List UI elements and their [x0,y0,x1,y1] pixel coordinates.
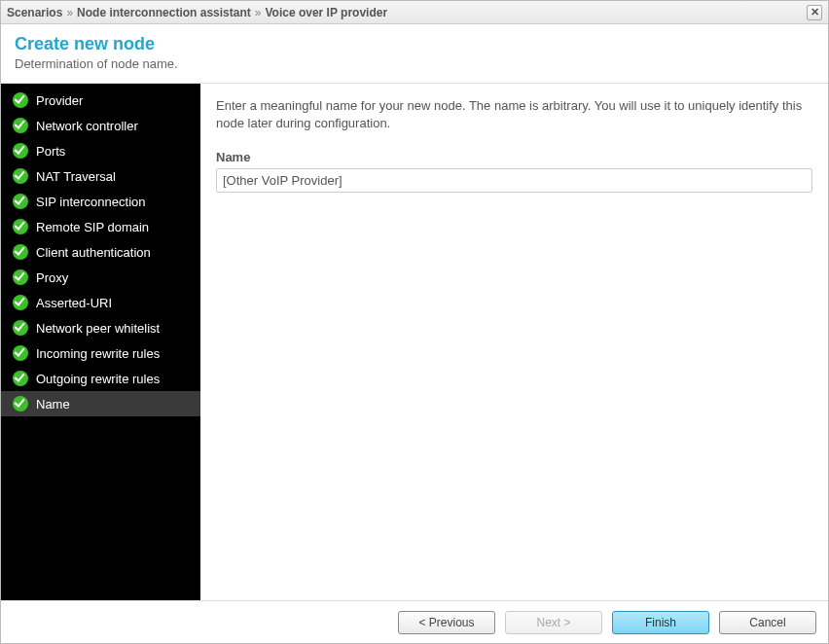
wizard-step[interactable]: Incoming rewrite rules [1,340,200,366]
close-button[interactable]: ✕ [807,5,822,20]
wizard-step-label: Proxy [36,270,68,285]
wizard-step[interactable]: Ports [1,138,200,163]
close-icon: ✕ [811,7,819,18]
previous-button[interactable]: < Previous [398,611,495,634]
checkmark-icon [13,194,28,209]
checkmark-icon [13,143,28,159]
wizard-step-label: SIP interconnection [36,195,146,209]
breadcrumb-sep: » [66,6,73,19]
wizard-step[interactable]: Asserted-URI [1,290,200,315]
wizard-footer: < Previous Next > Finish Cancel [1,600,828,643]
checkmark-icon [13,295,28,310]
page-subtitle: Determination of node name. [15,56,814,71]
checkmark-icon [13,244,28,260]
checkmark-icon [13,396,28,411]
wizard-step[interactable]: Provider [1,88,200,113]
wizard-step-label: NAT Traversal [36,169,116,184]
checkmark-icon [13,219,28,234]
wizard-step-label: Incoming rewrite rules [36,346,160,361]
name-input[interactable] [216,168,812,193]
checkmark-icon [13,371,28,386]
wizard-step-label: Ports [36,144,65,159]
wizard-steps-sidebar: ProviderNetwork controllerPortsNAT Trave… [1,84,200,600]
cancel-button[interactable]: Cancel [719,611,816,634]
wizard-step-label: Remote SIP domain [36,220,149,234]
wizard-step-label: Network controller [36,119,138,133]
body: ProviderNetwork controllerPortsNAT Trave… [1,84,828,600]
wizard-step-label: Name [36,397,70,411]
wizard-step[interactable]: Name [1,391,200,416]
checkmark-icon [13,118,28,133]
titlebar: Scenarios » Node interconnection assista… [1,1,828,24]
wizard-step-label: Provider [36,93,83,108]
wizard-step[interactable]: NAT Traversal [1,163,200,189]
checkmark-icon [13,92,28,108]
wizard-step-label: Outgoing rewrite rules [36,372,160,386]
wizard-step-label: Asserted-URI [36,296,112,310]
next-button: Next > [505,611,602,634]
name-field-label: Name [216,150,812,164]
wizard-step[interactable]: Proxy [1,265,200,290]
wizard-step[interactable]: Network peer whitelist [1,315,200,340]
wizard-step[interactable]: Remote SIP domain [1,214,200,239]
breadcrumb-item-0[interactable]: Scenarios [7,6,62,19]
wizard-step[interactable]: Outgoing rewrite rules [1,366,200,391]
breadcrumb-item-2[interactable]: Voice over IP provider [265,6,387,19]
breadcrumb-item-1[interactable]: Node interconnection assistant [77,6,251,19]
checkmark-icon [13,345,28,361]
checkmark-icon [13,168,28,184]
checkmark-icon [13,320,28,336]
wizard-step-label: Client authentication [36,245,151,260]
wizard-step[interactable]: Network controller [1,113,200,138]
breadcrumb-sep: » [255,6,262,19]
wizard-step[interactable]: SIP interconnection [1,189,200,214]
wizard-step[interactable]: Client authentication [1,239,200,265]
header-panel: Create new node Determination of node na… [1,24,828,84]
main-content: Enter a meaningful name for your new nod… [200,84,828,600]
page-title: Create new node [15,34,814,54]
finish-button[interactable]: Finish [612,611,709,634]
wizard-step-label: Network peer whitelist [36,321,160,336]
instructions-text: Enter a meaningful name for your new nod… [216,97,812,132]
wizard-window: Scenarios » Node interconnection assista… [0,0,829,644]
checkmark-icon [13,269,28,285]
